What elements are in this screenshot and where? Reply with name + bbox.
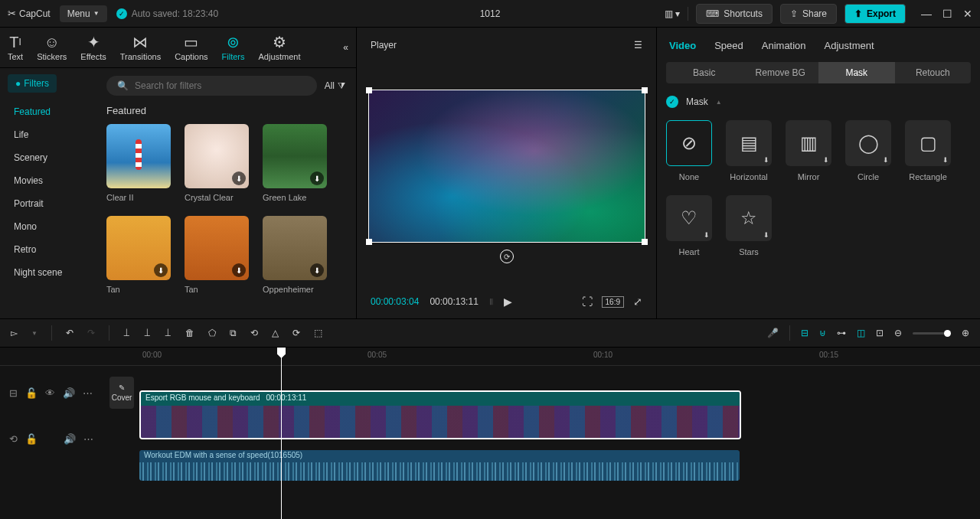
subtab-retouch[interactable]: Retouch <box>895 62 972 83</box>
rtab-video[interactable]: Video <box>669 40 696 51</box>
crop-tool[interactable]: ⬚ <box>314 328 322 338</box>
cover-button[interactable]: ✎ Cover <box>109 377 134 409</box>
mute-icon[interactable]: 🔊 <box>63 387 75 399</box>
lock-icon[interactable]: 🔓 <box>25 387 38 399</box>
magnet-toggle[interactable]: ⊎ <box>819 328 826 338</box>
shortcuts-button[interactable]: ⌨Shortcuts <box>696 4 773 24</box>
cat-mono[interactable]: Mono <box>0 215 96 238</box>
search-input[interactable] <box>135 80 306 91</box>
more-icon[interactable]: ⋯ <box>83 387 93 399</box>
timeline-ruler[interactable]: 00:00 00:05 00:10 00:15 <box>0 348 980 366</box>
play-button[interactable]: ▶ <box>504 295 512 308</box>
tab-transitions[interactable]: ⋈Transitions <box>120 34 161 61</box>
record-toggle[interactable]: ⊡ <box>876 328 884 338</box>
eye-icon[interactable]: 👁 <box>45 387 55 399</box>
track-collapse-icon[interactable]: ⊟ <box>9 387 18 399</box>
filter-oppenheimer[interactable]: ⬇Oppenheimer <box>263 216 327 294</box>
player-menu-icon[interactable]: ☰ <box>634 40 642 51</box>
maximize-button[interactable]: ☐ <box>942 8 952 20</box>
menu-button[interactable]: Menu▼ <box>60 5 107 22</box>
split-tool[interactable]: ⟘ <box>123 328 130 338</box>
layout-icon[interactable]: ▥ ▾ <box>665 8 680 19</box>
filter-greenlake[interactable]: ⬇Green Lake <box>263 124 327 202</box>
mask-heart[interactable]: ♡⬇Heart <box>666 195 712 256</box>
zoom-slider[interactable] <box>913 332 951 335</box>
mask-circle[interactable]: ◯⬇Circle <box>845 120 891 181</box>
cat-retro[interactable]: Retro <box>0 238 96 261</box>
cat-featured[interactable]: Featured <box>0 100 96 123</box>
rtab-animation[interactable]: Animation <box>762 40 806 51</box>
tab-captions[interactable]: ▭Captions <box>175 34 207 61</box>
filters-chip[interactable]: ● Filters <box>8 74 57 93</box>
cat-movies[interactable]: Movies <box>0 169 96 192</box>
filter-tan1[interactable]: ⬇Tan <box>106 216 171 294</box>
audio-clip[interactable]: Workout EDM with a sense of speed(101650… <box>139 450 740 481</box>
undo-button[interactable]: ↶ <box>66 328 74 338</box>
split-left-tool[interactable]: ⟘ <box>144 328 151 338</box>
project-title: 1012 <box>480 8 501 19</box>
tab-adjustment[interactable]: ⚙Adjustment <box>259 34 301 61</box>
fullscreen-icon[interactable]: ⤢ <box>633 295 642 308</box>
mask-none[interactable]: ⊘None <box>666 120 712 181</box>
cursor-tool[interactable]: ▻ <box>11 328 18 338</box>
mask-label: Mask <box>686 96 708 107</box>
cat-portrait[interactable]: Portrait <box>0 192 96 215</box>
audio-track-icon[interactable]: ⟲ <box>9 433 18 445</box>
zoom-in-icon[interactable]: ⊕ <box>962 328 969 338</box>
minimize-button[interactable]: — <box>921 8 932 20</box>
preview-toggle[interactable]: ◫ <box>857 328 865 338</box>
sync-icon[interactable]: ⟳ <box>500 250 514 263</box>
download-icon: ⬇ <box>232 263 246 277</box>
export-button[interactable]: ⬆Export <box>844 4 906 24</box>
video-clip[interactable]: Esport RGB mouse and keyboard00:00:13:11 <box>139 390 741 439</box>
share-button[interactable]: ⇪Share <box>780 4 837 24</box>
tab-effects[interactable]: ✦Effects <box>80 34 106 61</box>
tab-filters[interactable]: ⊚Filters <box>222 34 245 61</box>
close-button[interactable]: ✕ <box>963 8 972 20</box>
focus-icon[interactable]: ⛶ <box>582 295 593 308</box>
subtab-mask[interactable]: Mask <box>818 62 895 83</box>
all-filter-button[interactable]: All⧩ <box>325 80 345 91</box>
copy-tool[interactable]: ⧉ <box>230 328 237 338</box>
frame-list-icon[interactable]: ⫴ <box>489 296 493 307</box>
playhead[interactable] <box>281 348 282 519</box>
lock-icon[interactable]: 🔓 <box>25 433 38 445</box>
filter-crystal[interactable]: ⬇Crystal Clear <box>185 124 249 202</box>
delete-tool[interactable]: 🗑 <box>185 328 194 338</box>
mask-horizontal[interactable]: ▤⬇Horizontal <box>726 120 772 181</box>
mic-icon[interactable]: 🎤 <box>767 328 779 338</box>
search-input-wrap[interactable]: 🔍 <box>106 76 317 96</box>
flip-tool[interactable]: ⟳ <box>292 328 300 338</box>
cat-life[interactable]: Life <box>0 123 96 146</box>
cat-night[interactable]: Night scene <box>0 261 96 284</box>
collapse-icon[interactable]: « <box>343 42 348 53</box>
rtab-speed[interactable]: Speed <box>714 40 743 51</box>
mark-tool[interactable]: ⬠ <box>208 328 216 338</box>
mirror-tool[interactable]: △ <box>272 328 279 338</box>
split-right-tool[interactable]: ⟘ <box>165 328 172 338</box>
mask-rectangle[interactable]: ▢⬇Rectangle <box>905 120 951 181</box>
tab-stickers[interactable]: ☺Stickers <box>37 34 67 61</box>
mute-icon[interactable]: 🔊 <box>64 433 76 445</box>
more-icon[interactable]: ⋯ <box>83 433 93 445</box>
rtab-adjustment[interactable]: Adjustment <box>825 40 874 51</box>
cat-scenery[interactable]: Scenery <box>0 146 96 169</box>
tab-text[interactable]: TIText <box>8 34 23 61</box>
link-toggle[interactable]: ⊶ <box>837 328 846 338</box>
subtab-basic[interactable]: Basic <box>666 62 743 83</box>
zoom-out-icon[interactable]: ⊖ <box>894 328 902 338</box>
snap-toggle[interactable]: ⊟ <box>801 328 808 338</box>
rotate-tool[interactable]: ⟲ <box>250 328 258 338</box>
subtab-removebg[interactable]: Remove BG <box>743 62 819 83</box>
mask-checkbox[interactable]: ✓ <box>666 96 678 108</box>
share-icon: ⇪ <box>790 8 798 19</box>
mask-stars[interactable]: ☆⬇Stars <box>726 195 772 256</box>
redo-button[interactable]: ↷ <box>87 328 95 338</box>
chevron-up-icon[interactable]: ▲ <box>716 99 722 106</box>
mirror-icon: ▥ <box>800 132 818 154</box>
mask-mirror[interactable]: ▥⬇Mirror <box>786 120 831 181</box>
filter-clear2[interactable]: Clear II <box>106 124 171 202</box>
aspect-ratio[interactable]: 16:9 <box>602 296 624 308</box>
video-preview[interactable]: ⟳ <box>368 90 645 243</box>
filter-tan2[interactable]: ⬇Tan <box>185 216 249 294</box>
